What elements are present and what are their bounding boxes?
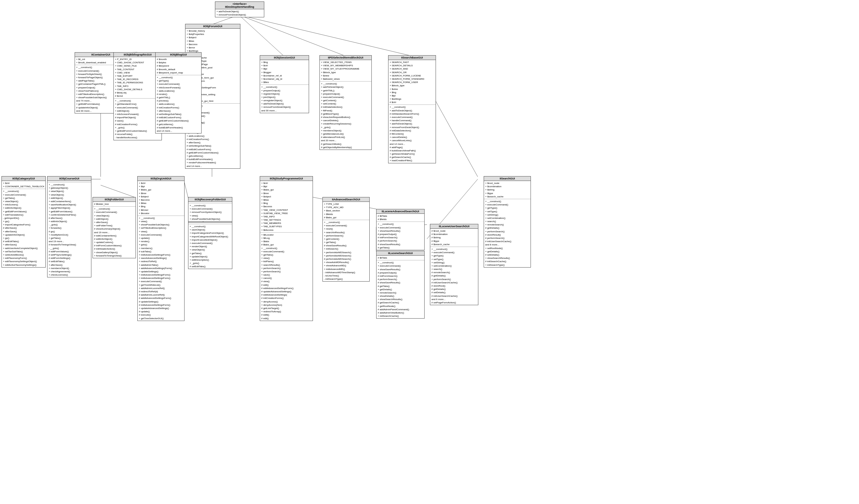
box-section-iilucenesearch-methods: + __construct() + executeCommand() + sho… <box>377 260 424 318</box>
box-iiobjcategorygui: IIObjCategoryGUI + $ctrl + CONTAINER_SET… <box>1 176 46 268</box>
box-section-iiobjorggui-methods: + __construct() + view() + showPossibleS… <box>138 216 184 321</box>
box-title-iiobjstudyprogrammegui: IIObjStudyProgrammeGUI <box>260 177 313 181</box>
box-section-iidesktopitemhandling-methods: + addToDeskObject() + removeFromDeskObje… <box>215 9 264 17</box>
box-section-iipdselected-methods: + __construct() + addToDeskObject() + ge… <box>320 81 372 150</box>
box-iisearchgui: IISearchGUI + $root_node + $combination … <box>484 176 531 268</box>
box-title-iiobjsessiongui: IIObjSessionGUI <box>260 56 309 60</box>
svg-line-8 <box>101 185 136 198</box>
box-iilucenesearchadvgui: IILuceneAdvancedSearchGUI # $ilTabs # $f… <box>376 209 425 250</box>
box-section-iiobjrecoveryfoldergui-methods: + __construct() + executeCommand() + rem… <box>189 203 232 221</box>
box-section-iisearchgui-fields: + $root_node + $combination + $string + … <box>484 181 530 199</box>
box-title-iiobjorggui: IIObjOrgUnitGUI <box>138 177 184 181</box>
box-section-iilucenesearch-fields: # $ilTabs <box>377 256 424 260</box>
box-iiobjstudyprogrammegui: IIObjStudyProgrammeGUI + $ctrl + $tpl + … <box>260 176 313 321</box>
box-title-iiobjfoldergui: IIObjFolderGUI <box>93 197 136 202</box>
box-iiobjbibliographicgui: IIObjBibliographicGUI + P_ENTRY_ID + CMD… <box>114 52 162 140</box>
box-title-iisearchgui: IISearchGUI <box>484 177 530 181</box>
box-title-iiobjrecoveryfoldergui: IIObjRecoveryFolderGUI <box>189 197 232 202</box>
svg-line-3 <box>239 15 411 56</box>
box-section-iiluceusersearch-fields: # $root_node # $combination # $string # … <box>430 229 478 247</box>
box-iisearchbasegui: IISearchBaseGUI + SEARCH_FAST + SEARCH_D… <box>388 55 436 163</box>
box-iioobjbloggui: IIObjBlogGUI # $month # $styles # $keywo… <box>155 52 201 134</box>
box-title-iipdselecteditemsgui: IIPDSelectedItemsBlockGUI <box>320 56 372 60</box>
box-section-iiobjbloggui-fields: # $month # $styles # $keyword # $month_d… <box>155 57 201 75</box>
box-iiobjrootfoldergui: IIObjRootFolderGUI + __construct() + sav… <box>188 218 232 269</box>
box-iiobjsessiongui: IIObjSessionGUI + $lng + $ctrl + $tpl + … <box>260 55 309 113</box>
box-title-iiobjforumgui: IIObjForumGUI <box>185 24 240 29</box>
box-section-iiobjbibliographicgui-methods: + __construct() + getStandardCms() + exe… <box>114 98 162 140</box>
box-section-iiobjfoldergui-methods: + __construct() + executeCommand() + vie… <box>93 207 136 258</box>
box-section-iiadvanced-methods: + __construct() + executeCommand() + res… <box>323 220 370 281</box>
box-section-iiadvanced-fields: + TYPE_LOM + TYPE_ADV_MD + $last_section… <box>323 202 370 220</box>
svg-line-1 <box>239 15 284 56</box>
box-title-iiobjbibliographicgui: IIObjBibliographicGUI <box>114 52 162 57</box>
box-section-iiobjorggui-fields: + $ctrl + $tpl + $tabs_gui + $tree + $ob… <box>138 181 184 216</box>
diagram-container: «interface»IIDesktopItemHandling + addTo… <box>0 0 859 504</box>
box-section-iiobjbibliographicgui-fields: + P_ENTRY_ID + CMD_SHOW_CONTENT + CMD_SE… <box>114 57 162 98</box>
box-section-iisearchbasegui-methods: + __construct() + addToDeskObject() # in… <box>389 105 436 163</box>
box-section-iiobjstudyprog-methods: + $ilLocator + $ilLog + $tabs # $tabs_gu… <box>260 233 313 321</box>
box-section-iiobjcoursegui-methods: + __construct() + gatewayObject() + view… <box>47 182 91 277</box>
box-section-iisearchgui-methods: + __construct() + executeCommand() + get… <box>484 199 530 267</box>
box-section-iiobjfoldergui-fields: # $folder_tree <box>93 202 136 207</box>
box-section-iiobjstudyprog-fields: + $ctrl + $tpl + $tabs_gui + $tree + $ob… <box>260 181 313 233</box>
box-title-iilucenesearchadvgui: IILuceneAdvancedSearchGUI <box>377 209 424 214</box>
box-title-iiobjcategorygui: IIObjCategoryGUI <box>2 177 45 181</box>
box-title-iilucenesearchgui: IILuceneSearchGUI <box>377 251 424 256</box>
box-iipdselecteditemsgui: IIPDSelectedItemsBlockGUI + VIEW_SELECTE… <box>319 55 372 150</box>
box-title-iisearchbasegui: IISearchBaseGUI <box>389 56 436 60</box>
box-title-iiluceusersearchgui: IILuceneUserSearchGUI <box>430 224 478 229</box>
box-title-iidesktopitemhandling: «interface»IIDesktopItemHandling <box>215 2 264 9</box>
box-section-iiobjsessiongui-fields: + $lng + $ctrl + $tpl + $logger + $conta… <box>260 60 309 85</box>
box-section-iiobjcategorygui-fields: + $ctrl + CONTAINER_SETTING_TAXBLOCK <box>2 181 45 189</box>
box-title-iiobjcoursegui: IIObjCourseGUI <box>47 177 91 181</box>
box-section-iiobjsessiongui-methods: + __construct() + prepareOutput() + regi… <box>260 85 309 113</box>
box-iiobjrecoveryfoldergui: IIObjRecoveryFolderGUI + __construct() +… <box>188 197 232 222</box>
box-iiobjcoursegui: IIObjCourseGUI + __construct() + gateway… <box>47 176 91 277</box>
box-section-iilucenesearchadv-fields: # $ilTabs # $fields <box>377 214 424 222</box>
box-section-iipdselected-fields: + VIEW_SELECTED_ITEMS + VIEW_MY_MEMBERSH… <box>320 60 372 81</box>
box-section-iisearchbasegui-fields: + SEARCH_FAST + SEARCH_DETAILS + SEARCH_… <box>389 60 436 105</box>
box-title-iiadvancedsearchgui: IIAdvancedSearchGUI <box>323 197 370 202</box>
box-iidesktopitemhandling: «interface»IIDesktopItemHandling + addTo… <box>215 1 264 17</box>
box-title-iiobjbloggui: IIObjBlogGUI <box>155 52 201 57</box>
box-section-iilucenesearchadv-methods: + __construct() + executeCommand() + sho… <box>377 222 424 250</box>
box-iiadvancedsearchgui: IIAdvancedSearchGUI + TYPE_LOM + TYPE_AD… <box>322 197 370 281</box>
box-iiobjfoldergui: IIObjFolderGUI # $folder_tree + __constr… <box>93 197 136 258</box>
box-iiluceusersearchgui: IILuceneUserSearchGUI # $root_node # $co… <box>430 224 478 305</box>
box-section-iiobjbloggui-methods: + __construct() + getType() + executeCom… <box>155 75 201 133</box>
svg-line-2 <box>239 15 345 56</box>
box-iiobjorggui: IIObjOrgUnitGUI + $ctrl + $tpl + $tabs_g… <box>137 176 184 321</box>
box-iilucenesearchgui: IILuceneSearchGUI # $ilTabs + __construc… <box>376 251 425 319</box>
box-section-iiobjcategorygui-methods: + __construct() + executeCommand() + get… <box>2 189 45 267</box>
box-section-iiobjrootfoldergui-methods: + __construct() + saveObject() + importC… <box>189 224 232 269</box>
box-section-iiluceusersearch-methods: + __construct() + executeCommand() + get… <box>430 247 478 305</box>
